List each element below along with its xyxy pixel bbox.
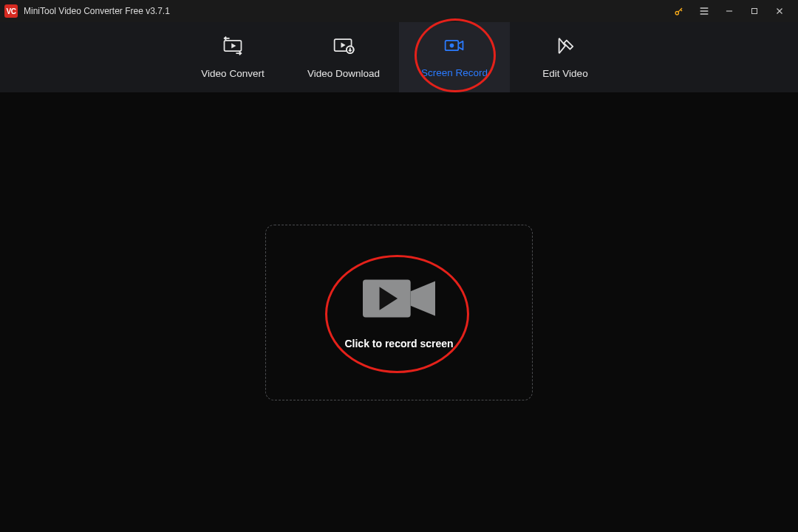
annotation-overlay	[0, 0, 798, 532]
highlight-ring-main	[325, 255, 469, 373]
highlight-ring-tab	[415, 18, 496, 92]
